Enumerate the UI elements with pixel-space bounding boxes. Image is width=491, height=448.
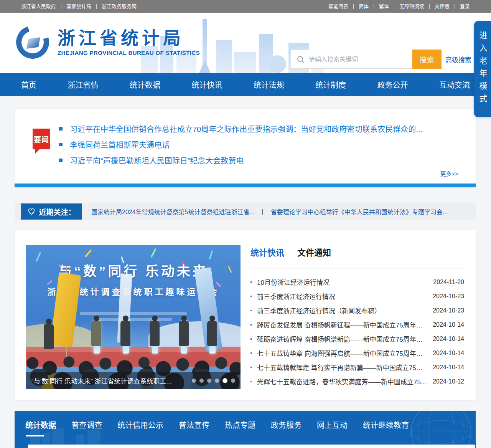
- tab-statistics-news[interactable]: 统计快讯: [250, 246, 284, 258]
- news-date: 2024-10-14: [433, 321, 464, 328]
- news-row[interactable]: 七十五载铸华章 向海图强再启航——新中国成立75周年舟... 2024-10-1…: [250, 346, 464, 360]
- square-bullet-icon: [59, 159, 63, 162]
- link-login[interactable]: 登录: [455, 4, 475, 9]
- elderly-mode-tab[interactable]: 进入老年模式: [474, 21, 491, 117]
- carousel-caption-bar: “与‘数’同行 乐动未来” 浙江省统计调查系统职工...: [26, 372, 241, 389]
- bottom-tab-census[interactable]: 普查调查: [71, 419, 102, 430]
- news-panel: 统计快讯 文件通知 10月份浙江经济运行情况 2024-11-20 前三季度浙江…: [250, 246, 464, 388]
- focus-link[interactable]: 国家统计局2024年常规统计督察第5统计督察组进驻浙江省...: [91, 207, 255, 216]
- headline-link[interactable]: 李强同荷兰首相斯霍夫通电话: [70, 139, 170, 150]
- news-title[interactable]: 前三季度浙江经济运行情况: [257, 291, 433, 301]
- site-subtitle: ZHEJIANG PROVINCIAL BUREAU OF STATISTICS: [58, 50, 200, 56]
- link-simplified[interactable]: 简体: [353, 4, 374, 9]
- news-date: 2024-11-20: [433, 279, 464, 286]
- card-bottom-accent-bar: [15, 183, 476, 187]
- focus-link[interactable]: 省委理论学习中心组举行《中华人民共和国统计法》专题学习会...: [271, 207, 448, 216]
- person-on-stage: [179, 321, 189, 346]
- recent-focus-label: 近期关注：: [39, 207, 75, 217]
- topbar-right-links: 智能问答 简体 繁体 无障碍阅读 关怀版 登录: [323, 4, 475, 9]
- link-zhejiang-gov[interactable]: 浙江省人民政府: [16, 4, 61, 9]
- news-date: 2024-10-12: [433, 378, 464, 385]
- advanced-search-link[interactable]: 高级搜索: [445, 55, 471, 64]
- news-title[interactable]: 七十五载铸华章 向海图强再启航——新中国成立75周年舟...: [257, 348, 433, 358]
- nav-item-province[interactable]: 浙江省情: [68, 79, 98, 90]
- more-link[interactable]: 更多>>: [440, 169, 458, 177]
- news-title[interactable]: 前三季度浙江经济运行情况（新闻发布稿）: [257, 306, 433, 315]
- carousel-dot[interactable]: [215, 379, 219, 383]
- bullet-icon: [250, 381, 252, 382]
- bottom-tab-continuing-education[interactable]: 统计继续教育: [363, 419, 409, 430]
- headline-link[interactable]: 习近平向“声援巴勒斯坦人民国际日”纪念大会致贺电: [70, 155, 244, 166]
- person-on-stage: [150, 321, 160, 346]
- bottom-tab-gov-services[interactable]: 政务服务: [271, 419, 302, 430]
- carousel-dot[interactable]: [199, 379, 204, 383]
- bottom-tab-hot-topics[interactable]: 热点专题: [225, 419, 255, 430]
- topbar-left-links: 浙江省人民政府 国家统计局 浙江政务服务网: [16, 4, 142, 9]
- news-title[interactable]: 七十五载铸就辉煌 笃行实干再谱新篇——新中国成立75周...: [257, 362, 433, 372]
- news-title[interactable]: 10月份浙江经济运行情况: [257, 277, 433, 287]
- news-row[interactable]: 砥砺奋进铸辉煌 奋楫扬帆谱新篇——新中国成立75周年台州... 2024-10-…: [250, 332, 464, 346]
- nav-item-home[interactable]: 首页: [21, 79, 36, 90]
- news-row[interactable]: 光辉七十五载奋进路，春华秋实满庭芳——新中国成立75... 2024-10-12: [250, 374, 464, 388]
- link-traditional[interactable]: 繁体: [374, 4, 394, 9]
- search-button[interactable]: 搜索: [412, 50, 442, 69]
- news-list: 10月份浙江经济运行情况 2024-11-20 前三季度浙江经济运行情况 202…: [250, 275, 464, 388]
- heart-plus-icon: [27, 207, 36, 216]
- news-title[interactable]: 光辉七十五载奋进路，春华秋实满庭芳——新中国成立75...: [257, 377, 433, 386]
- photo-carousel[interactable]: 与“数”同行 乐动未来 浙江省统计调查系统职工趣味运动会: [26, 245, 241, 389]
- link-zhejiang-service[interactable]: 浙江政务服务网: [96, 4, 142, 9]
- search-input[interactable]: [291, 50, 412, 68]
- bottom-content-panel: [28, 445, 475, 448]
- bullet-icon: [250, 281, 252, 283]
- nav-item-interaction[interactable]: 互动交流: [439, 79, 470, 90]
- link-care-version[interactable]: 关怀版: [429, 4, 455, 9]
- bottom-tab-bar: 统计数据 普查调查 统计信用公示 普法宣传 热点专题 政务服务 网上互动 统计继…: [15, 411, 476, 430]
- carousel-dot[interactable]: [192, 379, 196, 383]
- news-row[interactable]: 10月份浙江经济运行情况 2024-11-20: [250, 275, 464, 289]
- news-row[interactable]: 踔厉奋发促发展 奋楫扬帆新征程——新中国成立75周年丽... 2024-10-1…: [250, 317, 464, 332]
- bullet-icon: [250, 367, 252, 368]
- link-smart-qa[interactable]: 智能问答: [323, 4, 353, 9]
- news-row[interactable]: 七十五载铸就辉煌 笃行实干再谱新篇——新中国成立75周... 2024-10-1…: [250, 360, 464, 374]
- carousel-dot[interactable]: [207, 379, 211, 383]
- square-bullet-icon: [59, 127, 63, 131]
- headline-badge: 要闻: [33, 129, 50, 149]
- news-row[interactable]: 前三季度浙江经济运行情况（新闻发布稿） 2024-10-23: [250, 303, 464, 317]
- square-bullet-icon: [59, 143, 63, 146]
- person-on-stage: [91, 321, 101, 346]
- main-content-card: 与“数”同行 乐动未来 浙江省统计调查系统职工趣味运动会: [15, 230, 476, 400]
- news-title[interactable]: 砥砺奋进铸辉煌 奋楫扬帆谱新篇——新中国成立75周年台州...: [257, 334, 433, 344]
- headline-item[interactable]: 习近平在中华全国供销合作总社成立70周年之际作出重要指示强调：当好党和政府密切联…: [59, 121, 466, 137]
- nav-item-news[interactable]: 统计快讯: [191, 79, 222, 90]
- bullet-icon: [250, 352, 252, 354]
- carousel-caption[interactable]: “与‘数’同行 乐动未来” 浙江省统计调查系统职工...: [31, 376, 188, 385]
- person-on-stage: [44, 324, 54, 349]
- news-title[interactable]: 踔厉奋发促发展 奋楫扬帆新征程——新中国成立75周年丽...: [257, 320, 433, 329]
- headline-link[interactable]: 习近平在中华全国供销合作总社成立70周年之际作出重要指示强调：当好党和政府密切联…: [70, 123, 422, 134]
- bottom-tab-credit-publicity[interactable]: 统计信用公示: [117, 419, 163, 430]
- news-date: 2024-10-14: [433, 350, 464, 357]
- nav-item-gov-open[interactable]: 政务公开: [377, 79, 408, 90]
- carousel-dot[interactable]: [231, 379, 235, 383]
- news-row[interactable]: 前三季度浙江经济运行情况 2024-10-23: [250, 289, 464, 303]
- nav-item-statistics-data[interactable]: 统计数据: [130, 79, 160, 90]
- nav-item-system[interactable]: 统计制度: [315, 79, 346, 90]
- headline-item[interactable]: 习近平向“声援巴勒斯坦人民国际日”纪念大会致贺电: [59, 152, 466, 168]
- bottom-tab-statistics-data[interactable]: 统计数据: [25, 419, 56, 430]
- news-date: 2024-10-23: [433, 293, 464, 300]
- carousel-dot-active[interactable]: [222, 378, 227, 383]
- link-accessibility[interactable]: 无障碍阅读: [394, 4, 429, 9]
- top-utility-bar: 浙江省人民政府 国家统计局 浙江政务服务网 智能问答 简体 繁体 无障碍阅读 关…: [0, 0, 491, 13]
- site-logo[interactable]: 浙江省统计局 ZHEJIANG PROVINCIAL BUREAU OF STA…: [15, 24, 200, 60]
- news-date: 2024-10-14: [433, 336, 464, 342]
- link-national-stats[interactable]: 国家统计局: [61, 4, 96, 9]
- search-box: [291, 50, 412, 69]
- bottom-tab-online-interaction[interactable]: 网上互动: [317, 419, 348, 430]
- news-date: 2024-10-14: [433, 364, 464, 371]
- bullet-icon: [250, 296, 252, 297]
- logo-text: 浙江省统计局 ZHEJIANG PROVINCIAL BUREAU OF STA…: [58, 28, 200, 56]
- nav-item-regulations[interactable]: 统计法规: [254, 79, 284, 90]
- bottom-tab-law-promotion[interactable]: 普法宣传: [179, 419, 209, 430]
- headline-item[interactable]: 李强同荷兰首相斯霍夫通电话: [59, 137, 466, 152]
- tab-file-notice[interactable]: 文件通知: [297, 246, 331, 258]
